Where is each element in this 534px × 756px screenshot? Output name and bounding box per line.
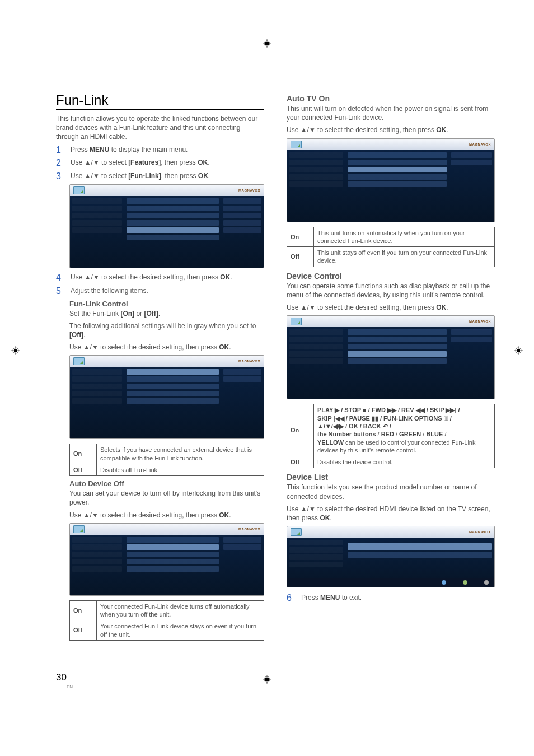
option-desc: Your connected Fun-Link device stays on … — [97, 620, 264, 641]
screenshot-auto-device-off: MAGNAVOX — [69, 523, 264, 596]
step-number: 2 — [56, 158, 64, 168]
device-control-line2: Use ▲/▼ to select the desired setting, t… — [287, 303, 495, 312]
svg-rect-7 — [14, 349, 17, 352]
table-row: On Your connected Fun-Link device turns … — [70, 600, 264, 620]
brand-label: MAGNAVOX — [238, 189, 260, 192]
option-label: Off — [287, 456, 314, 468]
nav-dot-icon — [484, 580, 489, 585]
step-number: 4 — [56, 273, 64, 283]
nav-dot-icon — [463, 580, 467, 585]
step-5: 5 Adjust the following items. — [56, 286, 264, 296]
brand-label: MAGNAVOX — [469, 530, 491, 534]
option-label: On — [287, 404, 314, 456]
step-6: 6 Press MENU to exit. — [287, 593, 495, 603]
svg-rect-15 — [265, 678, 269, 681]
device-control-heading: Device Control — [287, 272, 495, 281]
table-row: Off Disables the device control. — [287, 456, 495, 468]
option-label: Off — [70, 464, 97, 475]
option-desc: Selects if you have connected an externa… — [97, 444, 264, 464]
tv-logo-icon — [73, 525, 85, 533]
step-4: 4 Use ▲/▼ to select the desired setting,… — [56, 273, 264, 283]
funlink-control-line3: Use ▲/▼ to select the desired setting, t… — [69, 343, 264, 352]
table-row: On Selects if you have connected an exte… — [70, 444, 264, 464]
option-label: On — [70, 600, 97, 620]
option-desc: Disables the device control. — [314, 456, 495, 468]
print-registration-mark-right — [514, 346, 523, 355]
screenshot-device-control: MAGNAVOX — [287, 315, 495, 399]
step-text: Press MENU to display the main menu. — [71, 145, 264, 154]
auto-device-off-line2: Use ▲/▼ to select the desired setting, t… — [69, 511, 264, 520]
auto-tv-on-options-table: On This unit turns on automatically when… — [287, 227, 495, 267]
section-rule — [56, 90, 264, 90]
step-number: 1 — [56, 145, 64, 155]
screenshot-funlink-menu: MAGNAVOX — [69, 184, 264, 268]
step-text: Use ▲/▼ to select the desired setting, t… — [71, 273, 264, 282]
step-text: Adjust the following items. — [71, 286, 264, 295]
step-number: 6 — [287, 593, 294, 603]
option-desc: This unit stays off even if you turn on … — [314, 247, 495, 267]
table-row: On This unit turns on automatically when… — [287, 227, 495, 247]
funlink-control-line1: Set the Fun-Link [On] or [Off]. — [69, 309, 264, 318]
step-1: 1 Press MENU to display the main menu. — [56, 145, 264, 155]
table-row: On PLAY ▶ / STOP ■ / FWD ▶▶ / REV ◀◀ / S… — [287, 404, 495, 456]
option-label: On — [287, 227, 314, 247]
option-label: On — [70, 444, 97, 464]
table-row: Off Disables all Fun-Link. — [70, 464, 264, 475]
tv-logo-icon — [291, 528, 302, 536]
auto-tv-on-heading: Auto TV On — [287, 94, 495, 103]
table-row: Off This unit stays off even if you turn… — [287, 247, 495, 267]
step-2: 2 Use ▲/▼ to select [Features], then pre… — [56, 158, 264, 168]
tv-logo-icon — [291, 141, 302, 148]
auto-device-off-options-table: On Your connected Fun-Link device turns … — [69, 600, 264, 641]
option-desc: Disables all Fun-Link. — [97, 464, 264, 475]
print-registration-mark-bottom — [263, 675, 271, 684]
device-list-heading: Device List — [287, 473, 495, 482]
step-text: Press MENU to exit. — [301, 593, 495, 602]
print-registration-mark-top — [263, 39, 271, 48]
funlink-control-line2: The following additional settings will b… — [69, 321, 264, 339]
screenshot-auto-tv-on: MAGNAVOX — [287, 138, 495, 222]
svg-rect-11 — [517, 349, 520, 352]
nav-dot-icon — [442, 580, 446, 585]
print-registration-mark-left — [11, 346, 20, 355]
option-label: Off — [287, 247, 314, 267]
screenshot-device-list: MAGNAVOX — [287, 526, 495, 587]
step-number: 3 — [56, 171, 64, 181]
device-list-line1: This function lets you see the product m… — [287, 483, 495, 501]
page-number: 30 — [56, 672, 73, 684]
tv-logo-icon — [73, 357, 85, 365]
auto-tv-on-line2: Use ▲/▼ to select the desired setting, t… — [287, 125, 495, 134]
brand-label: MAGNAVOX — [238, 528, 260, 531]
table-row: Off Your connected Fun-Link device stays… — [70, 620, 264, 641]
screenshot-funlink-control: MAGNAVOX — [69, 355, 264, 439]
brand-label: MAGNAVOX — [238, 360, 260, 363]
tv-logo-icon — [73, 186, 85, 194]
step-text: Use ▲/▼ to select [Fun-Link], then press… — [71, 171, 264, 180]
svg-rect-3 — [265, 42, 269, 45]
brand-label: MAGNAVOX — [469, 143, 491, 146]
tv-logo-icon — [291, 318, 302, 325]
device-control-options-table: On PLAY ▶ / STOP ■ / FWD ▶▶ / REV ◀◀ / S… — [287, 404, 495, 468]
step-text: Use ▲/▼ to select [Features], then press… — [71, 158, 264, 167]
auto-tv-on-line1: This unit will turn on detected when the… — [287, 104, 495, 122]
step-3: 3 Use ▲/▼ to select [Fun-Link], then pre… — [56, 171, 264, 181]
brand-label: MAGNAVOX — [469, 320, 491, 323]
auto-device-off-heading: Auto Device Off — [69, 479, 264, 488]
section-title: Fun-Link — [56, 92, 264, 110]
section-intro: This function allows you to operate the … — [56, 114, 264, 142]
device-control-line1: You can operate some functions such as d… — [287, 282, 495, 300]
option-desc: This unit turns on automatically when yo… — [314, 227, 495, 247]
step-number: 5 — [56, 286, 64, 296]
auto-device-off-line1: You can set your device to turn off by i… — [69, 489, 264, 507]
device-list-line2: Use ▲/▼ to select the desired HDMI devic… — [287, 505, 495, 522]
funlink-control-options-table: On Selects if you have connected an exte… — [69, 444, 264, 476]
option-desc: PLAY ▶ / STOP ■ / FWD ▶▶ / REV ◀◀ / SKIP… — [314, 404, 495, 456]
option-label: Off — [70, 620, 97, 641]
funlink-control-heading: Fun-Link Control — [69, 300, 264, 308]
option-desc: Your connected Fun-Link device turns off… — [97, 600, 264, 620]
page-language: EN — [56, 684, 73, 689]
